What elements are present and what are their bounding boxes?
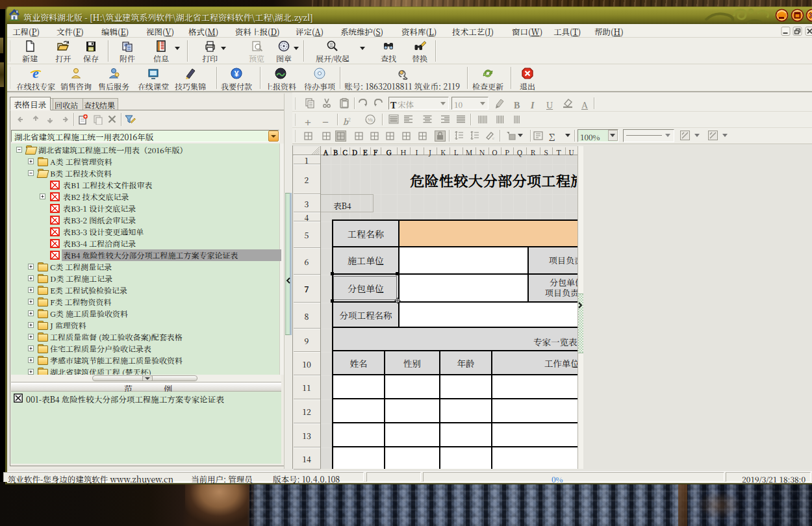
svg-text:⅟a: ⅟a — [368, 116, 373, 123]
svg-text:e: e — [32, 67, 39, 80]
svg-text:¥: ¥ — [235, 68, 239, 79]
svg-text:c: c — [492, 135, 494, 141]
